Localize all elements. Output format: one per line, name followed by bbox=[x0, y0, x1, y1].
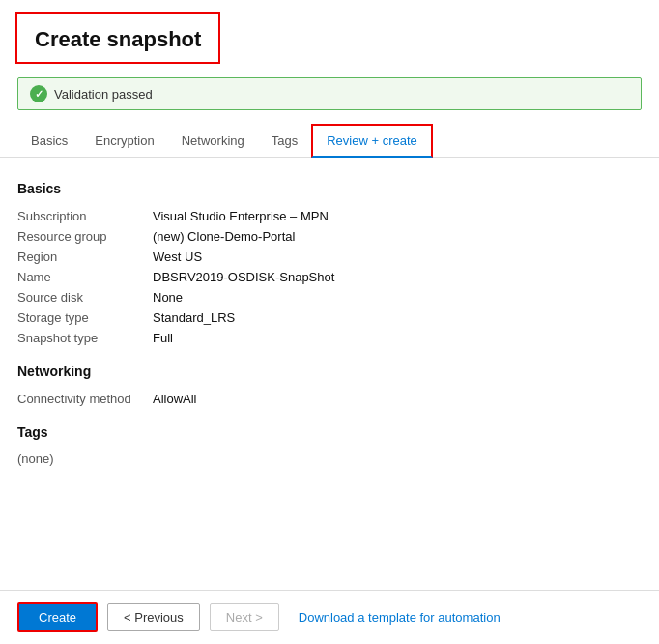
field-snapshot-type-label: Snapshot type bbox=[17, 331, 153, 345]
tags-none-text: (none) bbox=[17, 450, 642, 468]
basics-fields: Subscription Visual Studio Enterprise – … bbox=[17, 206, 642, 348]
field-resource-group-label: Resource group bbox=[17, 229, 153, 244]
page-title: Create snapshot bbox=[35, 27, 201, 51]
field-resource-group-value: (new) Clone-Demo-Portal bbox=[153, 229, 295, 244]
field-connectivity-label: Connectivity method bbox=[17, 392, 153, 406]
tab-review-create[interactable]: Review + create bbox=[311, 124, 433, 158]
field-storage-type-label: Storage type bbox=[17, 310, 153, 325]
next-button[interactable]: Next > bbox=[210, 603, 279, 631]
tab-encryption[interactable]: Encryption bbox=[81, 126, 167, 158]
field-source-disk: Source disk None bbox=[17, 287, 642, 307]
field-region: Region West US bbox=[17, 247, 642, 267]
tab-tags[interactable]: Tags bbox=[258, 126, 311, 158]
field-storage-type: Storage type Standard_LRS bbox=[17, 307, 642, 328]
field-name-label: Name bbox=[17, 270, 153, 284]
networking-section: Networking Connectivity method AllowAll bbox=[17, 364, 642, 409]
tags-section-title: Tags bbox=[17, 424, 642, 440]
basics-section-title: Basics bbox=[17, 181, 642, 196]
tags-section: Tags (none) bbox=[17, 424, 642, 468]
field-resource-group: Resource group (new) Clone-Demo-Portal bbox=[17, 226, 642, 247]
create-button[interactable]: Create bbox=[17, 602, 98, 632]
field-subscription: Subscription Visual Studio Enterprise – … bbox=[17, 206, 642, 226]
header-wrap: Create snapshot bbox=[0, 0, 659, 70]
header-box: Create snapshot bbox=[15, 12, 220, 64]
tab-basics[interactable]: Basics bbox=[17, 126, 81, 158]
networking-section-title: Networking bbox=[17, 364, 642, 379]
validation-banner: ✓ Validation passed bbox=[17, 77, 642, 110]
validation-text: Validation passed bbox=[54, 87, 153, 102]
main-content: Basics Subscription Visual Studio Enterp… bbox=[0, 158, 659, 590]
field-connectivity-method: Connectivity method AllowAll bbox=[17, 389, 642, 409]
field-snapshot-type-value: Full bbox=[153, 331, 173, 345]
field-source-disk-label: Source disk bbox=[17, 290, 153, 305]
field-subscription-label: Subscription bbox=[17, 209, 153, 223]
footer: Create < Previous Next > Download a temp… bbox=[0, 590, 659, 644]
field-region-value: West US bbox=[153, 249, 202, 264]
field-connectivity-value: AllowAll bbox=[153, 392, 197, 406]
field-source-disk-value: None bbox=[153, 290, 183, 305]
previous-button[interactable]: < Previous bbox=[107, 603, 200, 631]
field-region-label: Region bbox=[17, 249, 153, 264]
field-subscription-value: Visual Studio Enterprise – MPN bbox=[153, 209, 329, 223]
field-name: Name DBSRV2019-OSDISK-SnapShot bbox=[17, 267, 642, 287]
page-container: Create snapshot ✓ Validation passed Basi… bbox=[0, 0, 659, 644]
field-name-value: DBSRV2019-OSDISK-SnapShot bbox=[153, 270, 334, 284]
field-storage-type-value: Standard_LRS bbox=[153, 310, 235, 325]
download-template-link[interactable]: Download a template for automation bbox=[299, 610, 501, 625]
check-icon: ✓ bbox=[30, 85, 47, 102]
tab-networking[interactable]: Networking bbox=[168, 126, 258, 158]
tabs-bar: Basics Encryption Networking Tags Review… bbox=[0, 124, 659, 158]
field-snapshot-type: Snapshot type Full bbox=[17, 328, 642, 348]
